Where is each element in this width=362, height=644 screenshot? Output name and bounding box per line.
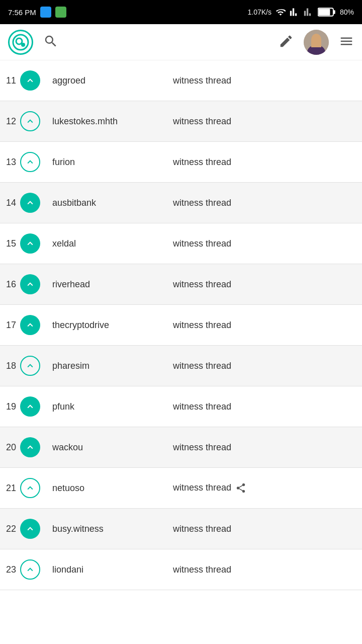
avatar[interactable]	[304, 30, 329, 55]
table-row: 23liondaniwitness thread	[0, 549, 362, 590]
table-row: 12lukestokes.mhthwitness thread	[0, 101, 362, 142]
menu-icon	[339, 34, 354, 49]
witness-link[interactable]: witness thread	[167, 549, 362, 590]
witness-name[interactable]: riverhead	[46, 264, 167, 305]
witness-table: 11aggroedwitness thread12lukestokes.mhth…	[0, 60, 362, 590]
witness-name[interactable]: wackou	[46, 427, 167, 468]
witness-link[interactable]: witness thread	[167, 183, 362, 223]
vote-button[interactable]	[20, 559, 40, 580]
svg-rect-2	[318, 9, 330, 16]
table-row: 15xeldalwitness thread	[0, 223, 362, 264]
status-speed: 1.07K/s	[247, 8, 271, 16]
signal-icon2	[304, 7, 314, 17]
svg-point-3	[13, 35, 28, 50]
status-left: 7:56 PM	[8, 7, 66, 18]
vote-button[interactable]	[20, 70, 40, 91]
rank-cell: 13	[0, 142, 46, 183]
status-right: 1.07K/s 80%	[247, 7, 354, 17]
rank-number: 15	[6, 238, 16, 249]
table-row: 20wackouwitness thread	[0, 427, 362, 468]
witness-name[interactable]: netuoso	[46, 468, 167, 509]
status-app-icon1	[40, 7, 51, 18]
witness-name[interactable]: pfunk	[46, 386, 167, 427]
rank-number: 11	[6, 75, 16, 86]
vote-button[interactable]	[20, 233, 40, 254]
vote-button[interactable]	[20, 193, 40, 213]
witness-link[interactable]: witness thread	[167, 101, 362, 142]
rank-cell: 15	[0, 223, 46, 264]
rank-number: 14	[6, 198, 16, 208]
witness-name[interactable]: furion	[46, 142, 167, 183]
witness-link[interactable]: witness thread	[167, 346, 362, 386]
table-row: 19pfunkwitness thread	[0, 386, 362, 427]
search-icon	[43, 34, 58, 49]
witness-link[interactable]: witness thread	[167, 509, 362, 549]
search-button[interactable]	[43, 34, 58, 51]
witness-name[interactable]: pharesim	[46, 346, 167, 386]
witness-name[interactable]: aggroed	[46, 60, 167, 101]
table-row: 11aggroedwitness thread	[0, 60, 362, 101]
rank-number: 21	[6, 483, 16, 494]
vote-button[interactable]	[20, 315, 40, 335]
share-icon[interactable]	[235, 482, 246, 494]
status-time: 7:56 PM	[8, 8, 36, 17]
witness-link[interactable]: witness thread	[167, 468, 362, 509]
battery-icon	[318, 8, 336, 17]
wifi-icon	[276, 7, 286, 17]
rank-cell: 20	[0, 427, 46, 468]
rank-cell: 14	[0, 183, 46, 223]
witness-name[interactable]: ausbitbank	[46, 183, 167, 223]
status-battery: 80%	[340, 8, 354, 16]
witness-link[interactable]: witness thread	[167, 223, 362, 264]
nav-right	[279, 30, 354, 55]
vote-button[interactable]	[20, 437, 40, 457]
witness-link[interactable]: witness thread	[167, 386, 362, 427]
rank-cell: 18	[0, 346, 46, 386]
vote-button[interactable]	[20, 274, 40, 294]
vote-button[interactable]	[20, 396, 40, 417]
rank-cell: 19	[0, 386, 46, 427]
rank-number: 17	[6, 320, 16, 331]
compose-button[interactable]	[279, 34, 294, 51]
rank-number: 13	[6, 157, 16, 168]
status-bar: 7:56 PM 1.07K/s 80%	[0, 0, 362, 24]
witness-link[interactable]: witness thread	[167, 264, 362, 305]
witness-name[interactable]: xeldal	[46, 223, 167, 264]
rank-cell: 16	[0, 264, 46, 305]
rank-cell: 11	[0, 60, 46, 101]
table-row: 18pharesimwitness thread	[0, 346, 362, 386]
vote-button[interactable]	[20, 111, 40, 131]
svg-rect-1	[333, 10, 335, 14]
rank-cell: 21	[0, 468, 46, 509]
vote-button[interactable]	[20, 478, 40, 498]
menu-button[interactable]	[339, 34, 354, 51]
rank-number: 23	[6, 565, 16, 575]
svg-point-5	[21, 43, 25, 47]
witness-name[interactable]: lukestokes.mhth	[46, 101, 167, 142]
vote-button[interactable]	[20, 152, 40, 172]
vote-button[interactable]	[20, 356, 40, 376]
top-nav	[0, 24, 362, 60]
status-app-icon2	[55, 7, 66, 18]
svg-rect-9	[311, 40, 321, 47]
vote-button[interactable]	[20, 519, 40, 539]
table-row: 21netuosowitness thread	[0, 468, 362, 509]
rank-number: 16	[6, 279, 16, 290]
rank-cell: 12	[0, 101, 46, 142]
app-logo[interactable]	[8, 30, 33, 55]
svg-point-4	[16, 38, 22, 44]
table-row: 17thecryptodrivewitness thread	[0, 305, 362, 346]
witness-link[interactable]: witness thread	[167, 142, 362, 183]
witness-link[interactable]: witness thread	[167, 427, 362, 468]
signal-icon1	[290, 7, 300, 17]
witness-link[interactable]: witness thread	[167, 60, 362, 101]
witness-link[interactable]: witness thread	[167, 305, 362, 346]
rank-number: 12	[6, 116, 16, 127]
witness-name[interactable]: thecryptodrive	[46, 305, 167, 346]
table-row: 13furionwitness thread	[0, 142, 362, 183]
rank-cell: 23	[0, 549, 46, 590]
witness-name[interactable]: liondani	[46, 549, 167, 590]
witness-name[interactable]: busy.witness	[46, 509, 167, 549]
rank-cell: 22	[0, 509, 46, 549]
rank-number: 20	[6, 442, 16, 453]
